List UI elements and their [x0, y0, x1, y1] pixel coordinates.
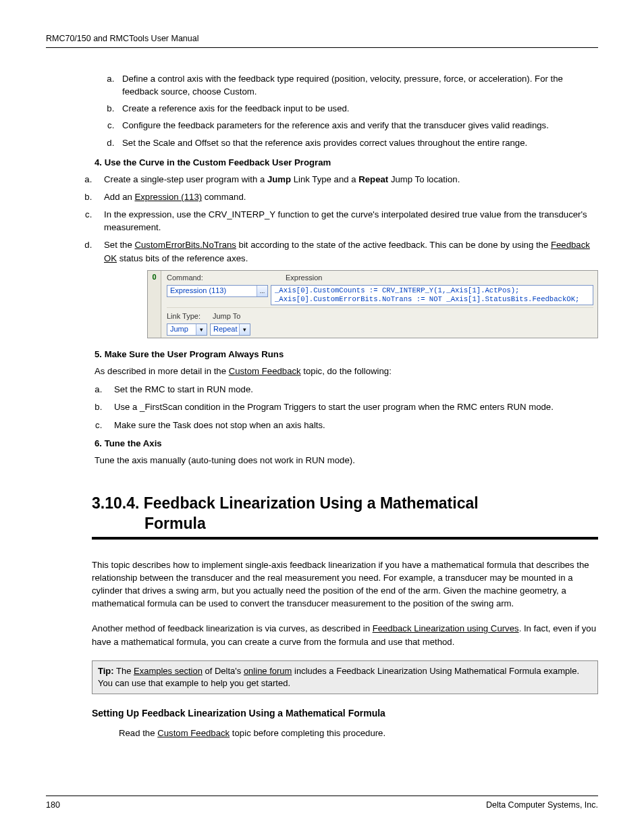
- chevron-down-icon[interactable]: ▾: [239, 324, 250, 335]
- list-item: Create a single-step user program with a…: [95, 173, 598, 186]
- step6-text: Tune the axis manually (auto-tuning does…: [95, 454, 598, 467]
- command-value: Expression (113): [167, 286, 257, 296]
- section-title: 3.10.4. Feedback Linearization Using a M…: [92, 494, 598, 534]
- text: topic, do the following:: [301, 366, 392, 376]
- page-number: 180: [46, 800, 60, 810]
- text: Add an: [104, 192, 134, 202]
- list-item: Add an Expression (113) command.: [95, 190, 598, 203]
- jumpto-value: Repeat: [211, 324, 239, 335]
- read-line: Read the Custom Feedback topic before co…: [119, 727, 598, 739]
- user-program-figure: 0 Command: Expression Expression (113) .…: [147, 270, 598, 338]
- text: command.: [202, 192, 246, 202]
- text: topic before completing this procedure.: [230, 728, 385, 738]
- title-line1: 3.10.4. Feedback Linearization Using a M…: [92, 494, 479, 512]
- expression-textbox[interactable]: _Axis[0].CustomCounts := CRV_INTERP_Y(1,…: [271, 285, 593, 305]
- list-item: Use a _FirstScan condition in the Progra…: [105, 400, 598, 413]
- linktype-combobox[interactable]: Jump ▾: [167, 323, 207, 336]
- text: Read the: [119, 728, 157, 738]
- step5-intro: As described in more detail in the Custo…: [95, 365, 598, 377]
- link-text[interactable]: Custom Feedback: [157, 728, 230, 738]
- section-rule: [92, 537, 598, 540]
- list-item: Create a reference axis for the feedback…: [117, 102, 598, 115]
- text: Jump To location.: [388, 174, 460, 184]
- text: As described in more detail in the: [95, 366, 229, 376]
- text: Create a single-step user program with a: [104, 174, 267, 184]
- title-line2: Formula: [92, 514, 598, 534]
- footer-company: Delta Computer Systems, Inc.: [486, 800, 598, 810]
- text: Link Type and a: [291, 174, 358, 184]
- step4-sublist: Create a single-step user program with a…: [95, 173, 598, 265]
- page-footer: 180 Delta Computer Systems, Inc.: [46, 796, 598, 810]
- linktype-value: Jump: [167, 324, 196, 335]
- section-para1: This topic describes how to implement si…: [92, 558, 598, 610]
- step5-sublist: Set the RMC to start in RUN mode. Use a …: [105, 383, 598, 431]
- link-text[interactable]: CustomErrorBits.NoTrans: [134, 240, 236, 250]
- list-item: Set the CustomErrorBits.NoTrans bit acco…: [95, 238, 598, 264]
- text: status bits of the reference axes.: [117, 253, 248, 263]
- text: of Delta's: [203, 666, 244, 676]
- text: bit according to the state of the active…: [236, 240, 551, 250]
- step3-sublist: Define a control axis with the feedback …: [117, 72, 598, 149]
- page-content: Define a control axis with the feedback …: [46, 72, 598, 739]
- link-text[interactable]: Expression (113): [134, 192, 202, 202]
- step5-heading: 5. Make Sure the User Program Always Run…: [95, 348, 598, 361]
- tip-box: Tip: The Examples section of Delta's onl…: [92, 660, 598, 694]
- label-linktype: Link Type:: [167, 311, 213, 322]
- bold-text: Jump: [267, 174, 291, 184]
- text: Another method of feedback linearization…: [92, 623, 373, 633]
- list-item: Set the Scale and Offset so that the ref…: [117, 136, 598, 149]
- command-browse-button[interactable]: ...: [257, 286, 267, 296]
- step4-heading: 4. Use the Curve in the Custom Feedback …: [95, 156, 598, 169]
- jumpto-combobox[interactable]: Repeat ▾: [210, 323, 250, 336]
- list-item: Configure the feedback parameters for th…: [117, 119, 598, 132]
- subsection-heading: Setting Up Feedback Linearization Using …: [92, 706, 598, 720]
- step-index: 0: [148, 271, 161, 338]
- text: Set the: [104, 240, 134, 250]
- list-item: Make sure the Task does not stop when an…: [105, 419, 598, 432]
- link-text[interactable]: online forum: [244, 666, 292, 676]
- list-item: Define a control axis with the feedback …: [117, 72, 598, 98]
- text: The: [114, 666, 134, 676]
- chevron-down-icon[interactable]: ▾: [196, 324, 207, 335]
- label-command: Command:: [167, 273, 286, 284]
- bold-text: Repeat: [358, 174, 388, 184]
- link-text[interactable]: Examples section: [134, 666, 203, 676]
- link-text[interactable]: Custom Feedback: [229, 366, 301, 376]
- section-para2: Another method of feedback linearization…: [92, 622, 598, 648]
- page-header: RMC70/150 and RMCTools User Manual: [46, 34, 598, 48]
- link-text[interactable]: Feedback Linearization using Curves: [373, 623, 519, 633]
- step6-heading: 6. Tune the Axis: [95, 437, 598, 450]
- label-jumpto: Jump To: [213, 311, 240, 322]
- command-combobox[interactable]: Expression (113) ...: [167, 285, 268, 297]
- list-item: Set the RMC to start in RUN mode.: [105, 383, 598, 396]
- label-expression: Expression: [286, 273, 322, 284]
- list-item: In the expression, use the CRV_INTERP_Y …: [95, 208, 598, 234]
- tip-label: Tip:: [98, 666, 114, 676]
